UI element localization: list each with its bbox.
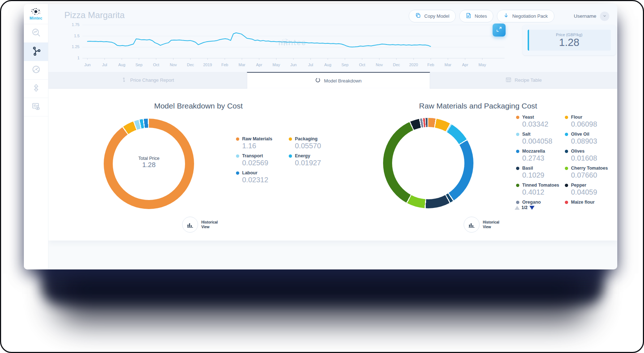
legend-label: Transport	[242, 153, 263, 158]
legend-dot	[236, 171, 239, 175]
raw-materials-donut[interactable]	[383, 118, 473, 208]
legend-label: Olive Oil	[571, 132, 589, 137]
legend-value: 0.02569	[242, 159, 289, 167]
legend-label: Pepper	[571, 183, 586, 188]
notes-label: Notes	[475, 13, 487, 19]
price-card: Price (GBP/kg) 1.28	[523, 25, 616, 55]
up-down-arrows-icon	[32, 84, 40, 94]
legend-dot	[289, 137, 292, 141]
sidebar-item-report-view[interactable]	[24, 98, 48, 116]
total-price-value: 1.28	[120, 161, 178, 169]
gauge-icon	[31, 65, 41, 76]
report-eye-icon	[31, 102, 41, 112]
legend-dot	[289, 154, 292, 158]
x-axis-label: Jun	[80, 63, 95, 67]
search-trend-icon	[31, 28, 41, 39]
legend-item-tinned-tomatoes[interactable]: Tinned Tomatoes0.4012	[516, 183, 565, 200]
legend-value: 1.16	[242, 142, 289, 150]
legend-item-salt[interactable]: Salt0.004058	[516, 132, 565, 149]
tab-model-breakdown[interactable]: Model Breakdown	[247, 72, 430, 89]
legend-item-cherry-tomatoes[interactable]: Cherry Tomatoes0.07660	[565, 166, 617, 183]
tab-recipe-table[interactable]: Recipe Table	[430, 72, 617, 89]
legend-dot	[516, 184, 519, 187]
x-axis-label: Apr	[251, 63, 267, 67]
raw-materials-legend: Yeast0.03342Flour0.06098Salt0.004058Oliv…	[516, 115, 617, 210]
bar-chart-icon	[464, 217, 480, 233]
legend-item-olive-oil[interactable]: Olive Oil0.08903	[565, 132, 617, 149]
legend-item-energy[interactable]: Energy0.01927	[289, 153, 342, 170]
app-window: Pizza Margarita Copy Model Notes Negotia…	[24, 4, 617, 269]
sidebar-item-model[interactable]	[24, 43, 48, 61]
legend-value: 0.08903	[571, 137, 617, 145]
donut-chart-icon	[315, 77, 321, 84]
sidebar-item-search[interactable]	[24, 24, 48, 43]
legend-label: Basil	[522, 166, 533, 171]
x-axis-label: Feb	[217, 63, 233, 67]
y-axis-label: 1.25	[64, 44, 80, 49]
legend-value: 0.03342	[522, 120, 565, 128]
x-axis-label: Nov	[166, 63, 181, 67]
historical-view-button-right[interactable]: HistoricalView	[464, 217, 499, 233]
x-axis-label: Dec	[388, 63, 404, 67]
legend-item-yeast[interactable]: Yeast0.03342	[516, 115, 565, 132]
x-axis-label: Oct	[354, 63, 370, 67]
page-down-arrow[interactable]	[529, 206, 534, 210]
tab-label: Recipe Table	[515, 77, 542, 83]
legend-dot	[516, 133, 519, 136]
legend-dot	[516, 150, 519, 153]
sidebar-item-import-export[interactable]	[24, 80, 48, 98]
left-chart-title: Model Breakdown by Cost	[123, 102, 274, 110]
legend-item-basil[interactable]: Basil0.1029	[516, 166, 565, 183]
tab-price-change-report[interactable]: Price Change Report	[48, 72, 247, 89]
historical-view-button-left[interactable]: HistoricalView	[182, 217, 218, 233]
legend-label: Packaging	[295, 136, 318, 141]
historical-view-label: HistoricalView	[201, 220, 218, 229]
sidebar-item-dashboard[interactable]	[24, 61, 48, 80]
y-axis-label: 1.75	[64, 22, 80, 27]
brand-logo[interactable]: Mintec	[24, 4, 48, 24]
legend-item-flour[interactable]: Flour0.06098	[565, 115, 617, 132]
legend-item-raw-materials[interactable]: Raw Materials1.16	[236, 136, 289, 153]
page-title: Pizza Margarita	[64, 10, 125, 20]
x-axis-label: Nov	[372, 63, 387, 67]
copy-model-label: Copy Model	[424, 13, 449, 19]
legend-item-pepper[interactable]: Pepper0.04059	[565, 183, 617, 200]
user-menu-button[interactable]	[600, 12, 609, 21]
legend-label: Raw Materials	[242, 136, 272, 141]
page-up-arrow[interactable]	[515, 206, 520, 210]
legend-dot	[516, 167, 519, 170]
price-line-series	[87, 33, 430, 47]
legend-label: Oregano	[522, 200, 541, 205]
price-line-chart[interactable]: mintec 1.751.51.251JunJulAugSepOctNovDec…	[54, 19, 510, 72]
legend-value: 0.2743	[522, 154, 565, 162]
x-axis-label: Aug	[114, 63, 130, 67]
download-icon	[503, 13, 509, 20]
x-axis-label: Jul	[303, 63, 319, 67]
x-axis-label: Sep	[337, 63, 353, 67]
legend-dot	[516, 116, 519, 119]
x-axis-label: Jul	[97, 63, 113, 67]
brand-name: Mintec	[30, 16, 43, 20]
legend-item-maize-flour[interactable]: Maize flour	[565, 200, 617, 210]
legend-item-olives[interactable]: Olives0.01608	[565, 149, 617, 166]
x-axis-label: Apr	[457, 63, 473, 67]
legend-item-mozzarella[interactable]: Mozzarella0.2743	[516, 149, 565, 166]
tab-bar: Price Change Report Model Breakdown Reci…	[48, 72, 617, 89]
legend-label: Maize flour	[571, 200, 594, 205]
bar-chart-icon	[182, 217, 198, 233]
expand-chart-button[interactable]	[493, 24, 506, 37]
legend-value: 0.4012	[522, 188, 565, 196]
legend-item-transport[interactable]: Transport0.02569	[236, 153, 289, 170]
legend-dot	[236, 154, 239, 158]
legend-dot	[565, 133, 568, 136]
molecule-icon	[31, 46, 41, 57]
legend-label: Salt	[522, 132, 531, 137]
y-axis-label: 1	[64, 56, 80, 60]
legend-item-labour[interactable]: Labour0.02312	[236, 170, 289, 187]
right-chart-title: Raw Materials and Packaging Cost	[402, 102, 554, 110]
price-card-value: 1.28	[559, 37, 579, 48]
legend-item-packaging[interactable]: Packaging0.05570	[289, 136, 342, 153]
historical-view-label: HistoricalView	[483, 220, 499, 229]
legend-dot	[565, 201, 568, 204]
x-axis-label: 2020	[406, 63, 422, 67]
